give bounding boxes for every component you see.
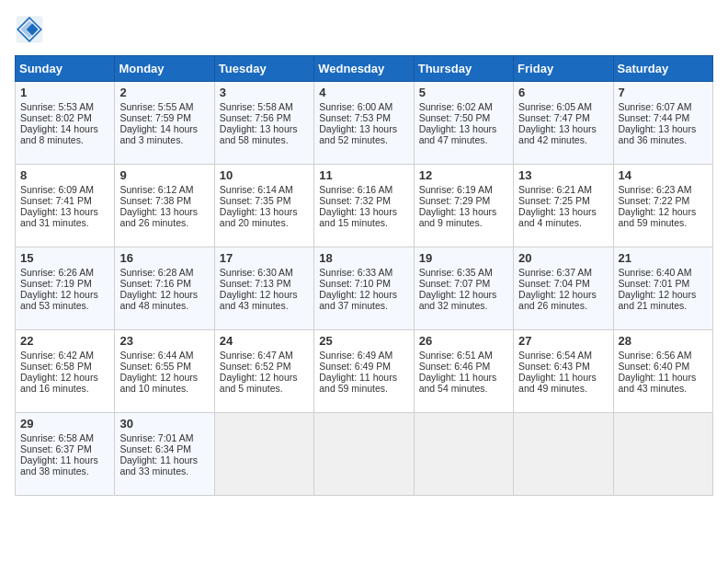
day-info: Sunrise: 6:33 AM [319,267,408,278]
day-number: 29 [20,417,109,431]
day-info: Sunrise: 5:55 AM [119,101,209,112]
calendar-week-2: 8Sunrise: 6:09 AMSunset: 7:41 PMDaylight… [16,165,713,247]
day-info: and 42 minutes. [518,134,608,145]
day-number: 13 [518,168,608,182]
calendar-cell: 5Sunrise: 6:02 AMSunset: 7:50 PMDaylight… [414,82,513,165]
calendar-cell [214,413,313,496]
day-info: Sunset: 7:19 PM [20,278,109,289]
weekday-header-saturday: Saturday [613,56,712,82]
day-info: Sunrise: 6:51 AM [419,350,508,361]
calendar-cell: 9Sunrise: 6:12 AMSunset: 7:38 PMDaylight… [115,165,214,247]
day-number: 9 [119,168,209,182]
day-number: 20 [518,251,608,265]
day-info: and 36 minutes. [619,134,708,145]
day-info: Sunset: 7:13 PM [220,278,309,289]
day-info: and 10 minutes. [119,383,209,394]
day-info: and 54 minutes. [419,383,508,394]
day-info: Sunrise: 6:28 AM [119,267,209,278]
day-info: Daylight: 11 hours [119,454,209,465]
calendar-cell: 14Sunrise: 6:23 AMSunset: 7:22 PMDayligh… [613,165,712,247]
day-info: Sunrise: 6:49 AM [319,350,408,361]
day-info: Sunset: 7:22 PM [619,195,708,206]
day-info: Daylight: 12 hours [119,372,209,383]
day-info: Daylight: 13 hours [518,123,608,134]
calendar-cell: 27Sunrise: 6:54 AMSunset: 6:43 PMDayligh… [514,330,613,413]
day-info: Sunset: 7:53 PM [319,112,408,123]
day-info: Daylight: 12 hours [619,289,708,300]
day-number: 27 [518,334,608,348]
day-info: Sunrise: 6:26 AM [20,267,109,278]
calendar-cell: 6Sunrise: 6:05 AMSunset: 7:47 PMDaylight… [514,82,613,165]
day-info: Sunset: 7:56 PM [220,112,309,123]
day-info: Daylight: 13 hours [619,123,708,134]
day-number: 22 [20,334,109,348]
calendar-cell: 8Sunrise: 6:09 AMSunset: 7:41 PMDaylight… [16,165,115,247]
calendar-cell: 29Sunrise: 6:58 AMSunset: 6:37 PMDayligh… [16,413,115,496]
day-info: Sunset: 6:52 PM [220,361,309,372]
page-header [15,15,713,44]
calendar-week-5: 29Sunrise: 6:58 AMSunset: 6:37 PMDayligh… [16,413,713,496]
day-number: 11 [319,168,408,182]
day-info: Sunrise: 6:02 AM [419,101,508,112]
day-info: Sunset: 6:37 PM [20,443,109,454]
day-info: Sunrise: 6:56 AM [619,350,708,361]
day-info: Sunrise: 6:30 AM [220,267,309,278]
weekday-header-friday: Friday [514,56,613,82]
day-info: Sunset: 7:44 PM [619,112,708,123]
day-number: 10 [220,168,309,182]
calendar-cell: 1Sunrise: 5:53 AMSunset: 8:02 PMDaylight… [16,82,115,165]
calendar-cell: 15Sunrise: 6:26 AMSunset: 7:19 PMDayligh… [16,247,115,330]
day-info: Daylight: 13 hours [419,206,508,217]
day-info: Daylight: 12 hours [518,289,608,300]
day-info: and 43 minutes. [619,383,708,394]
day-number: 15 [20,251,109,265]
calendar-cell: 13Sunrise: 6:21 AMSunset: 7:25 PMDayligh… [514,165,613,247]
day-info: Sunset: 6:43 PM [518,361,608,372]
day-info: Sunset: 7:10 PM [319,278,408,289]
day-info: Sunset: 7:41 PM [20,195,109,206]
day-info: Sunrise: 6:09 AM [20,184,109,195]
calendar-cell: 12Sunrise: 6:19 AMSunset: 7:29 PMDayligh… [414,165,513,247]
day-info: Sunset: 8:02 PM [20,112,109,123]
day-info: Daylight: 12 hours [319,289,408,300]
calendar-cell: 25Sunrise: 6:49 AMSunset: 6:49 PMDayligh… [314,330,414,413]
day-info: Daylight: 12 hours [20,372,109,383]
day-number: 26 [419,334,508,348]
day-info: Sunset: 7:35 PM [220,195,309,206]
day-info: and 26 minutes. [518,300,608,311]
day-info: Daylight: 12 hours [119,289,209,300]
weekday-header-monday: Monday [115,56,214,82]
day-number: 21 [619,251,708,265]
day-info: and 32 minutes. [419,300,508,311]
day-info: Sunrise: 6:42 AM [20,350,109,361]
day-info: Sunrise: 6:40 AM [619,267,708,278]
day-info: Sunset: 7:59 PM [119,112,209,123]
day-info: and 37 minutes. [319,300,408,311]
day-info: Daylight: 11 hours [619,372,708,383]
calendar-cell: 17Sunrise: 6:30 AMSunset: 7:13 PMDayligh… [214,247,313,330]
day-info: and 5 minutes. [220,383,309,394]
day-info: Sunrise: 6:19 AM [419,184,508,195]
day-info: and 59 minutes. [619,217,708,228]
day-info: Daylight: 13 hours [220,206,309,217]
calendar-cell: 7Sunrise: 6:07 AMSunset: 7:44 PMDaylight… [613,82,712,165]
calendar-cell: 20Sunrise: 6:37 AMSunset: 7:04 PMDayligh… [514,247,613,330]
day-info: Sunrise: 5:58 AM [220,101,309,112]
day-info: Daylight: 11 hours [518,372,608,383]
day-number: 6 [518,86,608,99]
day-info: and 20 minutes. [220,217,309,228]
day-number: 19 [419,251,508,265]
day-number: 25 [319,334,408,348]
day-info: and 49 minutes. [518,383,608,394]
calendar-cell: 22Sunrise: 6:42 AMSunset: 6:58 PMDayligh… [16,330,115,413]
calendar-cell: 26Sunrise: 6:51 AMSunset: 6:46 PMDayligh… [414,330,513,413]
day-number: 12 [419,168,508,182]
weekday-header-sunday: Sunday [16,56,115,82]
day-number: 18 [319,251,408,265]
day-number: 17 [220,251,309,265]
day-info: Sunset: 6:40 PM [619,361,708,372]
day-info: Sunrise: 6:35 AM [419,267,508,278]
calendar-cell: 23Sunrise: 6:44 AMSunset: 6:55 PMDayligh… [115,330,214,413]
calendar-cell: 24Sunrise: 6:47 AMSunset: 6:52 PMDayligh… [214,330,313,413]
day-number: 16 [119,251,209,265]
